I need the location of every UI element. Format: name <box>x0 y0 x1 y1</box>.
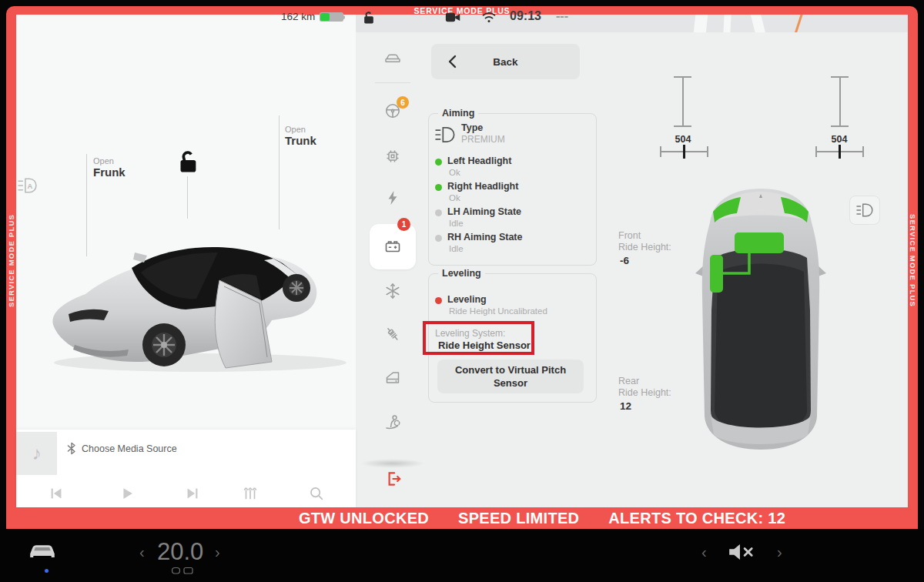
media-player: ♪ Choose Media Source <box>16 430 356 507</box>
clock: 09:13 <box>510 9 541 23</box>
temp-decrease-button[interactable]: ‹ <box>139 544 145 560</box>
battery-badge: 1 <box>397 218 410 231</box>
aiming-type-label: Type <box>461 122 483 133</box>
ruler-left-center-tick <box>683 145 685 159</box>
headlight-icon <box>855 202 874 218</box>
trunk-label: Trunk <box>285 134 316 147</box>
alerts-count: ALERTS TO CHECK: 12 <box>608 510 785 527</box>
headlight-toggle-button[interactable] <box>849 196 880 225</box>
battery-range: 162 km <box>281 11 315 22</box>
frunk-label: Frunk <box>93 166 126 179</box>
back-button[interactable]: Back <box>431 44 580 79</box>
open-frunk-control[interactable]: Open Frunk <box>93 156 126 179</box>
unlocked-icon <box>361 10 377 25</box>
volume-muted-icon[interactable] <box>727 542 758 562</box>
open-trunk-control[interactable]: Open Trunk <box>285 125 316 147</box>
leveling-status-value: Ride Height Uncalibrated <box>449 306 547 316</box>
service-mode-strip-left: SERVICE MODE PLUS <box>6 15 16 507</box>
map-road <box>794 15 803 32</box>
sidebar-item-high-voltage[interactable] <box>383 189 402 207</box>
battery-icon <box>320 12 343 22</box>
volume-up-button[interactable]: › <box>777 544 782 560</box>
ruler-right-tick2 <box>862 146 864 157</box>
steering-badge: 6 <box>397 96 409 109</box>
left-headlight-label: Left Headlight <box>447 156 511 166</box>
vehicle-rendering <box>42 209 354 375</box>
wifi-icon <box>481 11 497 23</box>
play-button[interactable] <box>119 485 136 502</box>
ruler-right-tick1 <box>815 146 817 157</box>
sidebar-item-suspension[interactable] <box>383 325 402 343</box>
next-track-button[interactable] <box>184 485 201 502</box>
ruler-right-center-tick <box>839 145 841 159</box>
sidebar-scroll-shadow <box>360 459 425 468</box>
temperature-display[interactable]: 20.0 <box>157 538 203 566</box>
sidebar-item-door[interactable] <box>383 369 402 387</box>
gtw-status: GTW UNLOCKED <box>299 510 429 527</box>
aiming-section: Aiming Type PREMIUM Left Headlight Ok Ri… <box>428 113 597 266</box>
right-headlight-value: Ok <box>449 193 460 202</box>
leveling-status-dot <box>435 297 442 304</box>
bluetooth-icon <box>67 442 76 455</box>
service-mode-strip-right: SERVICE MODE PLUS <box>908 15 918 507</box>
service-mode-banner: SERVICE MODE PLUS <box>6 6 918 15</box>
lh-aiming-value: Idle <box>449 219 464 228</box>
screen: SERVICE MODE PLUS SERVICE MODE PLUS SERV… <box>0 0 924 582</box>
music-note-icon: ♪ <box>32 443 42 464</box>
map-road <box>693 15 708 32</box>
exit-service-icon[interactable] <box>383 469 403 489</box>
rh-aiming-label: RH Aiming State <box>447 232 522 242</box>
search-icon[interactable] <box>308 485 325 502</box>
headlight-icon <box>434 125 456 144</box>
left-headlight-status-dot <box>435 159 442 166</box>
trunk-action-label: Open <box>285 125 316 134</box>
annotation-highlight-box <box>423 321 534 355</box>
map-strip <box>356 15 908 32</box>
lh-aiming-label: LH Aiming State <box>447 206 521 217</box>
temp-increase-button[interactable]: › <box>215 544 220 560</box>
svg-text:A: A <box>28 182 33 190</box>
vehicle-status-button[interactable] <box>28 537 57 560</box>
leveling-legend: Leveling <box>438 268 485 279</box>
vehicle-topdown-rendering <box>695 187 827 453</box>
lh-aiming-status-dot <box>435 209 442 216</box>
back-label: Back <box>493 56 517 68</box>
measure-left-cap-top <box>674 76 691 78</box>
aiming-legend: Aiming <box>438 108 478 119</box>
camera-icon <box>445 12 461 23</box>
convert-virtual-pitch-button[interactable]: Convert to Virtual Pitch Sensor <box>437 360 584 393</box>
vehicle-unlocked-icon[interactable] <box>174 148 200 176</box>
left-headlight-value: Ok <box>449 168 460 177</box>
measure-right-cap-top <box>831 76 849 78</box>
sidebar-item-vehicle[interactable] <box>383 49 402 68</box>
taskbar: ‹ 20.0 › ••• 16 ★ <box>0 529 924 582</box>
measure-right-vline <box>839 77 841 126</box>
auto-headlight-icon: A <box>17 176 38 195</box>
front-ride-height: Front Ride Height: -6 <box>618 230 671 266</box>
measure-right-cap-bottom <box>831 125 849 127</box>
sidebar-item-hvac[interactable] <box>383 282 402 300</box>
rear-ride-height: Rear Ride Height: 12 <box>618 376 671 412</box>
defrost-icons[interactable] <box>171 567 194 575</box>
ruler-left-tick2 <box>707 146 708 157</box>
previous-track-button[interactable] <box>48 485 65 502</box>
battery-icon <box>383 237 402 256</box>
ruler-left-tick1 <box>660 146 661 157</box>
rear-ride-height-value: 12 <box>618 400 671 412</box>
alert-bar: GTW UNLOCKED SPEED LIMITED ALERTS TO CHE… <box>6 507 918 529</box>
media-source-selector[interactable]: Choose Media Source <box>67 442 177 455</box>
front-ride-height-value: -6 <box>618 255 671 266</box>
right-headlight-label: Right Headlight <box>447 181 518 192</box>
sidebar-item-controller[interactable] <box>383 147 402 166</box>
aiming-type-value: PREMIUM <box>461 134 505 145</box>
status-placeholder: --- <box>556 9 568 23</box>
volume-down-button[interactable]: ‹ <box>701 544 707 560</box>
measure-left-value: 504 <box>668 134 698 145</box>
frunk-action-label: Open <box>93 156 126 166</box>
sidebar-item-airbag[interactable] <box>383 413 402 431</box>
measure-left-cap-bottom <box>674 125 691 127</box>
right-headlight-status-dot <box>435 184 442 191</box>
equalizer-button[interactable] <box>242 485 259 502</box>
media-source-label: Choose Media Source <box>82 443 177 454</box>
measure-right-value: 504 <box>824 134 855 145</box>
